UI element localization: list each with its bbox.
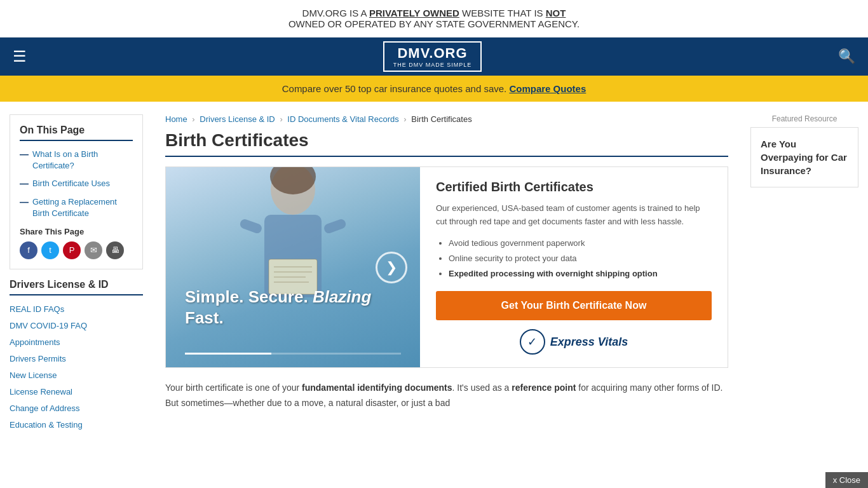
breadcrumb-id-documents[interactable]: ID Documents & Vital Records xyxy=(287,114,398,124)
featured-right-panel: Certified Birth Certificates Our experie… xyxy=(420,167,728,367)
navbar: ☰ DMV.ORG THE DMV MADE SIMPLE 🔍 xyxy=(0,37,868,76)
sidebar-nav-item-replacement: — Getting a Replacement Birth Certificat… xyxy=(20,196,133,219)
sidebar-nav-item-uses: — Birth Certificate Uses xyxy=(20,178,133,189)
sidebar-link-permits[interactable]: Drivers Permits xyxy=(10,354,66,363)
sidebar-link-appointments[interactable]: Appointments xyxy=(10,337,60,347)
sidebar-link-item: Education & Testing xyxy=(10,416,143,433)
site-logo[interactable]: DMV.ORG THE DMV MADE SIMPLE xyxy=(383,41,482,72)
print-share-icon[interactable]: 🖶 xyxy=(106,241,124,259)
svg-rect-8 xyxy=(239,218,263,234)
certified-bullet-3-text: Expedited processing with overnight ship… xyxy=(449,269,658,278)
carousel-progress-bar xyxy=(185,353,271,355)
express-vitals-logo: ✓ Express Vitals xyxy=(436,329,712,355)
carousel-progress xyxy=(185,353,401,355)
article-bold-2: reference point xyxy=(512,383,576,393)
sidebar-link-item: Change of Address xyxy=(10,400,143,416)
pinterest-share-icon[interactable]: P xyxy=(63,241,81,259)
sidebar-link-item: New License xyxy=(10,367,143,383)
sidebar-link-replacement[interactable]: Getting a Replacement Birth Certificate xyxy=(32,196,133,219)
certified-desc: Our experienced, USA-based team of custo… xyxy=(436,202,712,229)
sidebar-link-item: DMV COVID-19 FAQ xyxy=(10,317,143,334)
featured-tagline: Simple. Secure. BlazingFast. xyxy=(185,287,371,330)
express-vitals-check-icon: ✓ xyxy=(520,329,545,355)
facebook-share-icon[interactable]: f xyxy=(20,241,37,259)
compare-quotes-link[interactable]: Compare Quotes xyxy=(509,83,586,94)
featured-resource-label: Featured Resource xyxy=(750,114,858,123)
svg-rect-9 xyxy=(323,218,347,234)
hamburger-menu-icon[interactable]: ☰ xyxy=(13,48,27,65)
share-title: Share This Page xyxy=(20,227,133,236)
certified-bullet-1: Avoid tedious government paperwork xyxy=(449,238,712,249)
drivers-section-title: Drivers License & ID xyxy=(10,279,143,295)
dash-icon: — xyxy=(20,149,29,159)
certified-list: Avoid tedious government paperwork Onlin… xyxy=(436,238,712,280)
twitter-share-icon[interactable]: t xyxy=(41,241,59,259)
breadcrumb-sep: › xyxy=(192,114,194,124)
article-intro: Your birth certificate is one of your fu… xyxy=(165,381,728,411)
sidebar-link-realid[interactable]: REAL ID FAQs xyxy=(10,304,64,314)
carousel-next-arrow[interactable]: ❯ xyxy=(376,252,407,283)
featured-ad-box: Simple. Secure. BlazingFast. ❯ Certified… xyxy=(165,166,728,368)
on-this-page-title: On This Page xyxy=(20,125,133,141)
sidebar-link-item: REAL ID FAQs xyxy=(10,301,143,317)
on-this-page-box: On This Page — What Is on a Birth Certif… xyxy=(10,114,143,269)
sidebar-link-covid[interactable]: DMV COVID-19 FAQ xyxy=(10,321,87,330)
dash-icon: — xyxy=(20,197,29,207)
featured-tagline-overlay: Simple. Secure. BlazingFast. xyxy=(185,287,371,330)
sidebar-link-item: Drivers Permits xyxy=(10,350,143,367)
express-vitals-text: Express Vitals xyxy=(550,336,628,349)
top-banner: DMV.ORG IS A PRIVATELY OWNED WEBSITE THA… xyxy=(0,0,868,37)
sidebar-link-item: License Renewal xyxy=(10,383,143,400)
get-birth-certificate-button[interactable]: Get Your Birth Certificate Now xyxy=(436,291,712,320)
sidebar-link-uses[interactable]: Birth Certificate Uses xyxy=(32,178,110,189)
person-svg xyxy=(229,167,356,367)
certified-bullet-3: Expedited processing with overnight ship… xyxy=(449,268,712,280)
email-share-icon[interactable]: ✉ xyxy=(85,241,102,259)
certified-title: Certified Birth Certificates xyxy=(436,180,712,194)
breadcrumb-home[interactable]: Home xyxy=(165,114,187,124)
dash-icon: — xyxy=(20,179,29,189)
main-content: Home › Drivers License & ID › ID Documen… xyxy=(153,108,741,439)
banner-text: DMV.ORG IS A PRIVATELY OWNED WEBSITE THA… xyxy=(288,8,580,29)
search-icon[interactable]: 🔍 xyxy=(838,48,855,65)
featured-resource-box: Are You Overpaying for Car Insurance? xyxy=(750,127,858,187)
breadcrumb-drivers-license[interactable]: Drivers License & ID xyxy=(200,114,275,124)
drivers-links-list: REAL ID FAQs DMV COVID-19 FAQ Appointmen… xyxy=(10,301,143,433)
sidebar-link-what-is[interactable]: What Is on a Birth Certificate? xyxy=(32,149,133,172)
share-icons: f t P ✉ 🖶 xyxy=(20,241,133,259)
promo-text: Compare over 50 top car insurance quotes… xyxy=(282,83,507,94)
logo-main-text: DMV.ORG xyxy=(393,45,472,62)
sidebar-link-renewal[interactable]: License Renewal xyxy=(10,387,72,396)
featured-resource-text: Are You Overpaying for Car Insurance? xyxy=(761,137,848,177)
sidebar-link-new-license[interactable]: New License xyxy=(10,370,57,380)
breadcrumb-sep: › xyxy=(280,114,282,124)
article-bold-1: fundamental identifying documents xyxy=(302,383,452,393)
sidebar-link-address[interactable]: Change of Address xyxy=(10,403,80,413)
breadcrumb-current: Birth Certificates xyxy=(411,114,471,124)
sidebar-link-item: Appointments xyxy=(10,334,143,350)
page-title: Birth Certificates xyxy=(165,130,728,157)
drivers-section: Drivers License & ID REAL ID FAQs DMV CO… xyxy=(10,279,143,433)
logo-sub-text: THE DMV MADE SIMPLE xyxy=(393,62,472,68)
featured-image: Simple. Secure. BlazingFast. ❯ xyxy=(166,167,420,367)
promo-bar: Compare over 50 top car insurance quotes… xyxy=(0,76,868,102)
sidebar-link-education[interactable]: Education & Testing xyxy=(10,420,83,430)
sidebar-nav-item-what-is: — What Is on a Birth Certificate? xyxy=(20,149,133,172)
right-sidebar: Featured Resource Are You Overpaying for… xyxy=(741,108,868,439)
sidebar: On This Page — What Is on a Birth Certif… xyxy=(0,108,153,439)
breadcrumb: Home › Drivers License & ID › ID Documen… xyxy=(165,114,728,124)
certified-bullet-2: Online security to protect your data xyxy=(449,253,712,264)
breadcrumb-sep: › xyxy=(403,114,406,124)
